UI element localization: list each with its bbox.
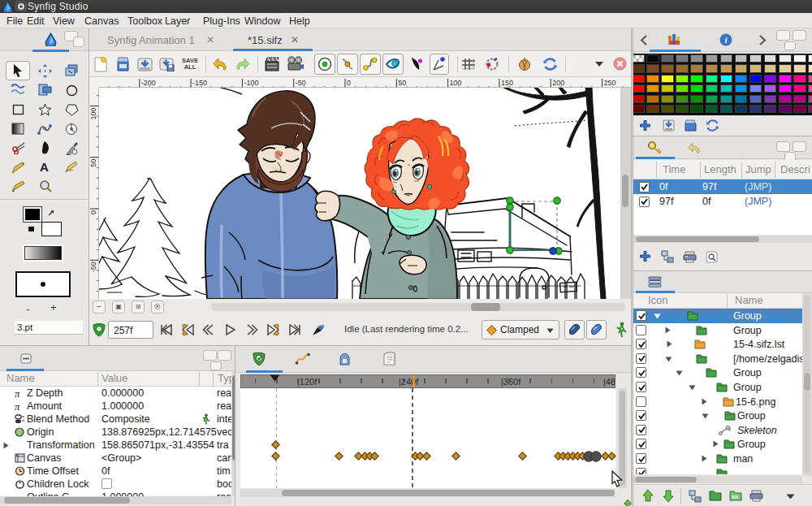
svg-text:100: 100 xyxy=(450,79,462,87)
svg-text:250: 250 xyxy=(604,79,616,87)
svg-text:π: π xyxy=(15,388,20,398)
svg-text:-100: -100 xyxy=(244,79,258,87)
svg-text:0: 0 xyxy=(89,210,97,214)
svg-text:-150: -150 xyxy=(192,79,207,87)
svg-text:100: 100 xyxy=(89,107,97,119)
svg-text:-50: -50 xyxy=(296,79,306,87)
svg-text:π: π xyxy=(15,401,20,411)
svg-text:50: 50 xyxy=(398,79,406,87)
svg-text:-50: -50 xyxy=(89,262,97,272)
svg-text:-200: -200 xyxy=(141,79,156,87)
svg-text:0: 0 xyxy=(347,79,351,87)
svg-text:50: 50 xyxy=(89,159,97,167)
svg-text:A: A xyxy=(40,160,49,174)
svg-text:200: 200 xyxy=(552,79,564,87)
svg-text:150: 150 xyxy=(501,79,513,87)
